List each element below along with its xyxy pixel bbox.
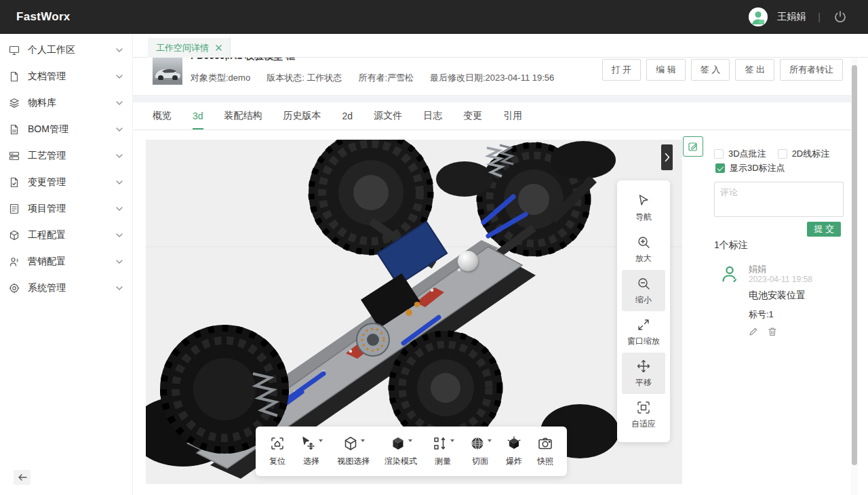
sidebar-item-process-management[interactable]: 工艺管理 xyxy=(0,142,132,169)
tab-3d[interactable]: 3d xyxy=(193,102,203,130)
dropdown-caret-icon xyxy=(488,439,492,442)
power-icon[interactable] xyxy=(833,9,848,24)
sidebar-item-bom-management[interactable]: BOM管理 xyxy=(0,116,132,142)
tool-render-mode[interactable]: 渲染模式 xyxy=(384,435,417,467)
viewer-side-toolbar: 导航 放大 缩小 窗口缩放 平移 自适应 xyxy=(617,180,670,442)
annotate-mode-button[interactable] xyxy=(683,136,703,157)
trash-icon xyxy=(768,327,777,336)
project-list-icon xyxy=(9,203,20,214)
user-name[interactable]: 王娟娟 xyxy=(777,11,806,23)
open-button[interactable]: 打 开 xyxy=(602,59,642,81)
scrollbar-thumb[interactable] xyxy=(852,65,857,465)
annotation-options-row2: 显示3D标注点 xyxy=(715,162,785,174)
check-out-button[interactable]: 签 出 xyxy=(735,59,774,81)
section-sphere-icon xyxy=(469,435,486,452)
sidebar-item-marketing-config[interactable]: 营销配置 xyxy=(0,248,132,275)
close-icon[interactable] xyxy=(216,45,222,51)
tab-assembly-structure[interactable]: 装配结构 xyxy=(224,102,262,130)
sidebar: 个人工作区 文档管理 物料库 BOM管理 工艺管理 变更管理 项目管理 工程配置 xyxy=(0,34,133,495)
object-info-row: 对象类型:demo 版本状态: 工作状态 所有者:严雪松 最后修改日期:2023… xyxy=(191,72,554,84)
change-document-icon xyxy=(9,177,20,188)
tool-reset[interactable]: 复位 xyxy=(269,435,285,467)
tool-fit-view[interactable]: 自适应 xyxy=(622,394,665,435)
header-actions: 打 开 编 辑 签 入 签 出 所有者转让 xyxy=(602,59,844,81)
tab-changes[interactable]: 变更 xyxy=(463,102,482,130)
tab-history-versions[interactable]: 历史版本 xyxy=(283,102,321,130)
workspace-tab-bar: 工作空间详情 xyxy=(133,34,868,58)
tool-explode[interactable]: 爆炸 xyxy=(506,435,522,467)
chevron-down-icon xyxy=(116,127,123,132)
checkbox-unchecked[interactable] xyxy=(778,149,787,159)
object-title-clipped: PD0000,/A1 校验模型 框 xyxy=(191,58,462,64)
tool-zoom-in[interactable]: 放大 xyxy=(622,229,665,270)
chevron-down-icon xyxy=(116,260,123,264)
avatar-person-icon xyxy=(749,7,768,26)
sidebar-item-change-management[interactable]: 变更管理 xyxy=(0,169,132,195)
sidebar-item-project-management[interactable]: 项目管理 xyxy=(0,195,132,222)
sidebar-item-document-management[interactable]: 文档管理 xyxy=(0,63,132,90)
viewer-bottom-toolbar: 复位 选择 视图选择 渲染模式 xyxy=(256,427,567,476)
tab-references[interactable]: 引用 xyxy=(503,102,522,130)
sidebar-item-system-management[interactable]: 系统管理 xyxy=(0,275,132,301)
annotation-point-marker[interactable] xyxy=(458,251,478,271)
check-in-button[interactable]: 签 入 xyxy=(691,59,730,81)
tool-snapshot[interactable]: 快照 xyxy=(537,435,553,467)
sidebar-item-engineering-config[interactable]: 工程配置 xyxy=(0,222,132,248)
sidebar-item-material-library[interactable]: 物料库 xyxy=(0,90,132,116)
transfer-owner-button[interactable]: 所有者转让 xyxy=(780,59,843,81)
user-avatar[interactable] xyxy=(749,7,768,26)
monitor-icon xyxy=(9,45,20,56)
tool-navigate[interactable]: 导航 xyxy=(622,187,665,229)
vertical-scrollbar[interactable] xyxy=(851,58,858,495)
window-zoom-icon xyxy=(636,317,651,332)
dropdown-caret-icon xyxy=(450,439,454,442)
checkbox-show-3d-points[interactable]: 显示3D标注点 xyxy=(715,162,785,174)
edit-annotation-button[interactable] xyxy=(749,327,758,336)
tool-pan[interactable]: 平移 xyxy=(622,353,665,394)
top-bar: FastWorx 王娟娟 | xyxy=(0,0,868,34)
tab-source-files[interactable]: 源文件 xyxy=(374,102,402,130)
tool-select[interactable]: 选择 xyxy=(300,435,323,467)
annotation-panel: 3D点批注 2D线标注 显示3D标注点 提 交 1个标注 娟娟 2023-04-… xyxy=(682,130,851,495)
pencil-icon xyxy=(749,327,758,336)
tab-2d[interactable]: 2d xyxy=(342,102,353,130)
tool-window-zoom[interactable]: 窗口缩放 xyxy=(622,311,665,353)
annotation-comment: 电池安装位置 xyxy=(749,290,806,302)
tab-overview[interactable]: 概览 xyxy=(153,102,172,130)
object-thumbnail-car-photo xyxy=(153,58,182,85)
layers-icon xyxy=(9,98,20,108)
checkbox-checked[interactable] xyxy=(715,163,725,173)
version-status: 版本状态: 工作状态 xyxy=(267,72,342,84)
sidebar-item-personal-workspace[interactable]: 个人工作区 xyxy=(0,37,132,63)
dropdown-caret-icon xyxy=(408,439,412,442)
tool-measure[interactable]: 测量 xyxy=(432,435,454,467)
checkbox-3d-point-annotation[interactable]: 3D点批注 xyxy=(714,148,766,160)
checkbox-2d-line-annotation[interactable]: 2D线标注 xyxy=(778,148,830,160)
tab-workspace-detail[interactable]: 工作空间详情 xyxy=(148,38,231,58)
document-icon xyxy=(9,71,20,82)
annotation-tag: 标号:1 xyxy=(749,309,774,321)
chevron-down-icon xyxy=(116,48,123,52)
collapse-panel-handle[interactable] xyxy=(661,144,673,170)
sidebar-collapse-button[interactable] xyxy=(14,470,31,485)
render-cube-icon xyxy=(390,435,406,452)
object-type: 对象类型:demo xyxy=(191,72,250,84)
submit-button[interactable]: 提 交 xyxy=(807,222,841,237)
annotation-author: 娟娟 xyxy=(749,263,766,275)
reset-home-icon xyxy=(269,435,285,452)
edit-button[interactable]: 编 辑 xyxy=(646,59,686,81)
last-modified: 最后修改日期:2023-04-11 19:56 xyxy=(430,72,554,84)
tool-view-select[interactable]: 视图选择 xyxy=(337,435,370,467)
delete-annotation-button[interactable] xyxy=(768,327,777,336)
marketing-person-icon xyxy=(9,256,20,267)
tool-zoom-out[interactable]: 缩小 xyxy=(622,270,665,311)
explode-cube-icon xyxy=(506,435,522,452)
viewer-3d-canvas[interactable]: 导航 放大 缩小 窗口缩放 平移 自适应 复位 xyxy=(146,140,682,484)
tab-logs[interactable]: 日志 xyxy=(423,102,442,130)
comment-input[interactable] xyxy=(714,182,844,217)
checkbox-unchecked[interactable] xyxy=(714,149,724,159)
tool-section[interactable]: 切面 xyxy=(469,435,492,467)
chevron-down-icon xyxy=(116,101,123,105)
dropdown-caret-icon xyxy=(361,439,365,442)
process-cards-icon xyxy=(9,151,20,161)
